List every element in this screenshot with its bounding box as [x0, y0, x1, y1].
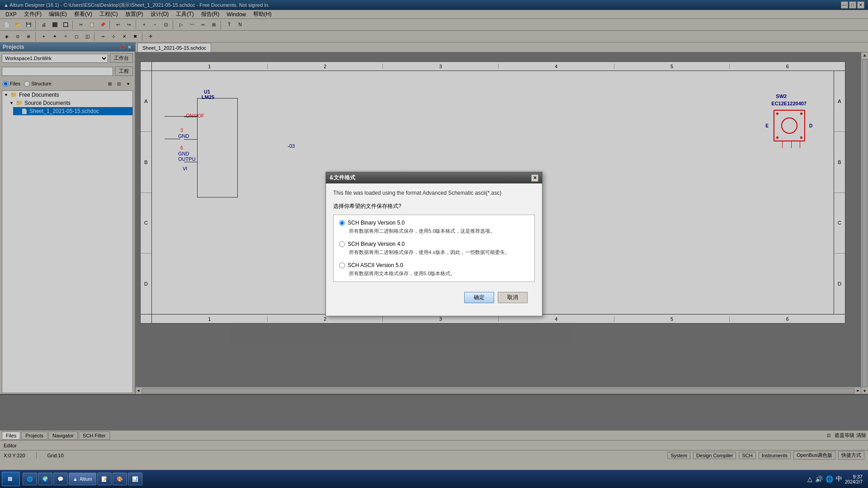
dialog-option-2: SCH Binary Version 4.0 所有数据将用二进制格式保存，使用4…: [339, 241, 529, 256]
dialog-confirm-button[interactable]: 确定: [464, 292, 494, 303]
dialog-body: This file was loaded using the format Ad…: [326, 183, 542, 316]
taskbar: ⊞ 🌐 🌍 💬 ▲ Altium 📝 🎨 📊 △ 🔊 🌐 中 9:37 2024…: [0, 470, 868, 488]
option-2-row: SCH Binary Version 4.0: [339, 241, 529, 247]
tray-volume[interactable]: 🔊: [815, 475, 823, 483]
dialog-title: &文件格式: [330, 174, 355, 182]
option-1-label[interactable]: SCH Binary Version 5.0: [348, 220, 405, 226]
app7-icon: 📊: [132, 476, 138, 482]
wechat-icon: 💬: [57, 476, 64, 482]
taskbar-altium-active[interactable]: ▲ Altium: [69, 473, 96, 485]
option-1-desc: 所有数据将用二进制格式保存，使用5.0版本格式，这是推荐选项。: [339, 228, 529, 235]
dialog-options: SCH Binary Version 5.0 所有数据将用二进制格式保存，使用5…: [333, 215, 535, 282]
start-icon: ⊞: [8, 476, 12, 482]
taskbar-app5[interactable]: 📝: [97, 473, 112, 485]
app5-icon: 📝: [101, 476, 108, 482]
taskbar-edge[interactable]: 🌍: [38, 473, 52, 485]
dialog-option-3: SCH ASCII Version 5.0 所有数据将用文本格式保存，使用5.0…: [339, 262, 529, 277]
taskbar-app7[interactable]: 📊: [128, 473, 142, 485]
taskbar-app6[interactable]: 🎨: [113, 473, 127, 485]
option-3-row: SCH ASCII Version 5.0: [339, 262, 529, 268]
tray-date: 2024/2/7: [845, 479, 863, 484]
dialog-close-button[interactable]: ✕: [531, 174, 538, 182]
taskbar-ie[interactable]: 🌐: [23, 473, 37, 485]
tray-ime[interactable]: 中: [836, 475, 842, 483]
option-3-label[interactable]: SCH ASCII Version 5.0: [348, 262, 403, 268]
tray-network2[interactable]: 🌐: [826, 475, 833, 483]
dialog-titlebar: &文件格式 ✕: [326, 172, 542, 183]
tray-clock[interactable]: 9:37 2024/2/7: [845, 474, 863, 484]
taskbar-wechat[interactable]: 💬: [53, 473, 68, 485]
altium-icon: ▲: [73, 476, 78, 482]
radio-sch-binary-5[interactable]: [339, 220, 345, 226]
ie-icon: 🌐: [27, 476, 33, 482]
altium-text: Altium: [80, 477, 92, 482]
dialog-info-text: This file was loaded using the format Ad…: [333, 190, 535, 196]
radio-sch-binary-4[interactable]: [339, 241, 345, 247]
radio-sch-ascii-5[interactable]: [339, 263, 345, 268]
dialog-footer: 确定 取消: [333, 288, 535, 310]
dialog-option-1: SCH Binary Version 5.0 所有数据将用二进制格式保存，使用5…: [339, 220, 529, 235]
option-1-row: SCH Binary Version 5.0: [339, 220, 529, 226]
tray-network[interactable]: △: [807, 475, 812, 483]
app6-icon: 🎨: [117, 476, 123, 482]
dialog-prompt: 选择你希望的文件保存格式?: [333, 202, 535, 210]
option-2-desc: 所有数据将用二进制格式保存，使用4.x版本，因此，一些数据可能委失。: [339, 249, 529, 256]
dialog-file-format: &文件格式 ✕ This file was loaded using the f…: [326, 172, 542, 316]
start-button[interactable]: ⊞: [2, 472, 20, 486]
edge-icon: 🌍: [42, 476, 48, 482]
option-2-label[interactable]: SCH Binary Version 4.0: [348, 241, 405, 247]
taskbar-tray: △ 🔊 🌐 中 9:37 2024/2/7: [807, 474, 866, 484]
option-3-desc: 所有数据将用文本格式保存，使用5.0版本格式。: [339, 270, 529, 277]
tray-time: 9:37: [845, 474, 863, 479]
dialog-cancel-button[interactable]: 取消: [498, 292, 528, 303]
dialog-overlay: &文件格式 ✕ This file was loaded using the f…: [0, 0, 868, 488]
